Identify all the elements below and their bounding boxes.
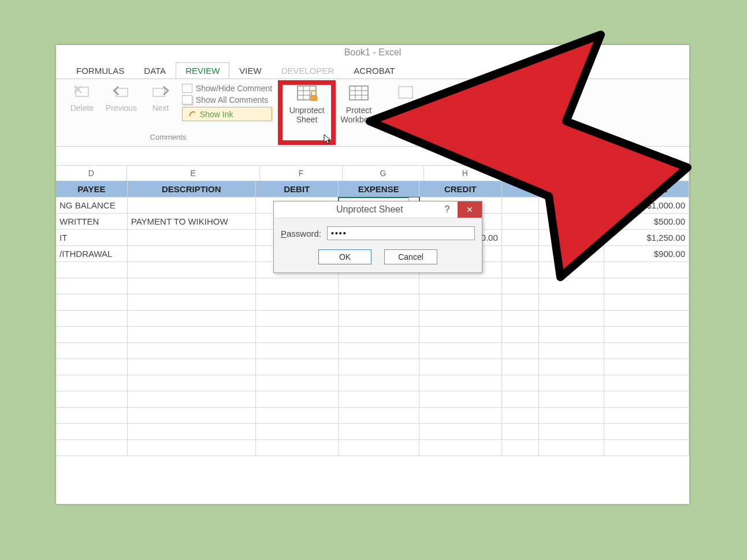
cell[interactable] bbox=[539, 408, 604, 423]
cell[interactable] bbox=[502, 424, 539, 439]
cell[interactable] bbox=[419, 294, 502, 310]
cell[interactable] bbox=[539, 424, 604, 439]
cell[interactable] bbox=[56, 359, 128, 375]
cell[interactable] bbox=[339, 294, 419, 310]
cell[interactable] bbox=[419, 408, 502, 423]
table-row[interactable] bbox=[56, 424, 689, 440]
cell[interactable] bbox=[539, 343, 604, 359]
table-row[interactable] bbox=[56, 343, 689, 359]
cell[interactable]: /ITHDRAWAL bbox=[56, 246, 128, 262]
cell[interactable] bbox=[502, 440, 539, 456]
cell[interactable] bbox=[56, 311, 128, 326]
cell[interactable] bbox=[604, 375, 689, 391]
table-row[interactable] bbox=[56, 375, 689, 391]
cell[interactable] bbox=[256, 440, 339, 456]
column-header[interactable]: G bbox=[343, 166, 423, 181]
cell[interactable]: $500.00 bbox=[604, 214, 689, 229]
cell[interactable] bbox=[339, 278, 419, 294]
cell[interactable] bbox=[539, 311, 604, 326]
cell[interactable]: IT bbox=[56, 230, 128, 245]
column-header[interactable]: I bbox=[507, 166, 540, 181]
cell[interactable] bbox=[539, 391, 604, 407]
cell[interactable] bbox=[256, 391, 339, 407]
cell[interactable] bbox=[502, 246, 539, 262]
ok-button[interactable]: OK bbox=[318, 249, 371, 264]
cell[interactable]: $1,250.00 bbox=[604, 230, 689, 245]
cell[interactable] bbox=[339, 408, 419, 423]
cell[interactable] bbox=[128, 327, 256, 342]
column-header[interactable]: E bbox=[127, 166, 260, 181]
cell[interactable] bbox=[604, 391, 689, 407]
table-row[interactable] bbox=[56, 359, 689, 375]
formula-bar[interactable] bbox=[56, 146, 689, 166]
cell[interactable] bbox=[502, 391, 539, 407]
cell[interactable] bbox=[419, 343, 502, 359]
delete-comment-button[interactable]: Delete bbox=[64, 83, 100, 114]
tab-developer[interactable]: DEVELOPER bbox=[272, 62, 344, 79]
cell[interactable] bbox=[128, 311, 256, 326]
cell[interactable] bbox=[256, 343, 339, 359]
cell[interactable] bbox=[502, 327, 539, 342]
cell[interactable] bbox=[128, 278, 256, 294]
cell[interactable] bbox=[502, 230, 539, 245]
cell[interactable]: WRITTEN bbox=[56, 214, 128, 229]
cell[interactable]: $1,000.00 bbox=[604, 197, 689, 213]
tab-view[interactable]: VIEW bbox=[229, 62, 271, 79]
cell[interactable] bbox=[539, 262, 604, 278]
cell[interactable]: $900.00 bbox=[604, 246, 689, 262]
cell[interactable] bbox=[128, 343, 256, 359]
cell[interactable] bbox=[604, 424, 689, 439]
cell[interactable] bbox=[339, 440, 419, 456]
column-header[interactable]: K bbox=[604, 166, 689, 181]
cancel-button[interactable]: Cancel bbox=[384, 249, 437, 264]
tab-data[interactable]: DATA bbox=[134, 62, 176, 79]
cell[interactable] bbox=[128, 440, 256, 456]
cell[interactable] bbox=[604, 440, 689, 456]
cell[interactable] bbox=[502, 197, 539, 213]
cell[interactable] bbox=[56, 278, 128, 294]
cell[interactable] bbox=[419, 311, 502, 326]
cell[interactable] bbox=[128, 424, 256, 439]
cell[interactable] bbox=[539, 197, 604, 213]
cell[interactable] bbox=[56, 424, 128, 439]
cell[interactable] bbox=[56, 440, 128, 456]
table-row[interactable] bbox=[56, 278, 689, 294]
cell[interactable] bbox=[256, 424, 339, 439]
password-input[interactable] bbox=[327, 226, 475, 240]
column-header[interactable]: H bbox=[424, 166, 507, 181]
cell[interactable] bbox=[604, 294, 689, 310]
show-hide-comment-button[interactable]: Show/Hide Comment bbox=[182, 84, 272, 93]
cell[interactable] bbox=[419, 359, 502, 375]
cell[interactable] bbox=[604, 359, 689, 375]
cell[interactable] bbox=[256, 294, 339, 310]
previous-comment-button[interactable]: Previous bbox=[103, 83, 139, 114]
tab-acrobat[interactable]: ACROBAT bbox=[344, 62, 404, 79]
cell[interactable] bbox=[256, 311, 339, 326]
cell[interactable] bbox=[502, 262, 539, 278]
cell[interactable] bbox=[419, 424, 502, 439]
cell[interactable] bbox=[128, 391, 256, 407]
cell[interactable] bbox=[128, 359, 256, 375]
dialog-help-button[interactable]: ? bbox=[438, 201, 456, 218]
table-row[interactable] bbox=[56, 294, 689, 311]
column-header[interactable]: J bbox=[540, 166, 604, 181]
cell[interactable] bbox=[339, 311, 419, 326]
cell[interactable] bbox=[419, 278, 502, 294]
table-row[interactable] bbox=[56, 391, 689, 408]
cell[interactable] bbox=[128, 246, 256, 262]
cell[interactable] bbox=[604, 327, 689, 342]
cell[interactable] bbox=[604, 311, 689, 326]
cell[interactable] bbox=[502, 294, 539, 310]
cell[interactable] bbox=[502, 278, 539, 294]
cell[interactable] bbox=[502, 408, 539, 423]
cell[interactable] bbox=[256, 375, 339, 391]
cell[interactable] bbox=[56, 327, 128, 342]
cell[interactable] bbox=[339, 327, 419, 342]
cell[interactable] bbox=[256, 327, 339, 342]
next-comment-button[interactable]: Next bbox=[143, 83, 179, 114]
show-all-comments-button[interactable]: Show All Comments bbox=[182, 95, 272, 104]
cell[interactable] bbox=[56, 391, 128, 407]
cell[interactable] bbox=[339, 343, 419, 359]
cell[interactable] bbox=[339, 424, 419, 439]
cell[interactable] bbox=[539, 214, 604, 229]
